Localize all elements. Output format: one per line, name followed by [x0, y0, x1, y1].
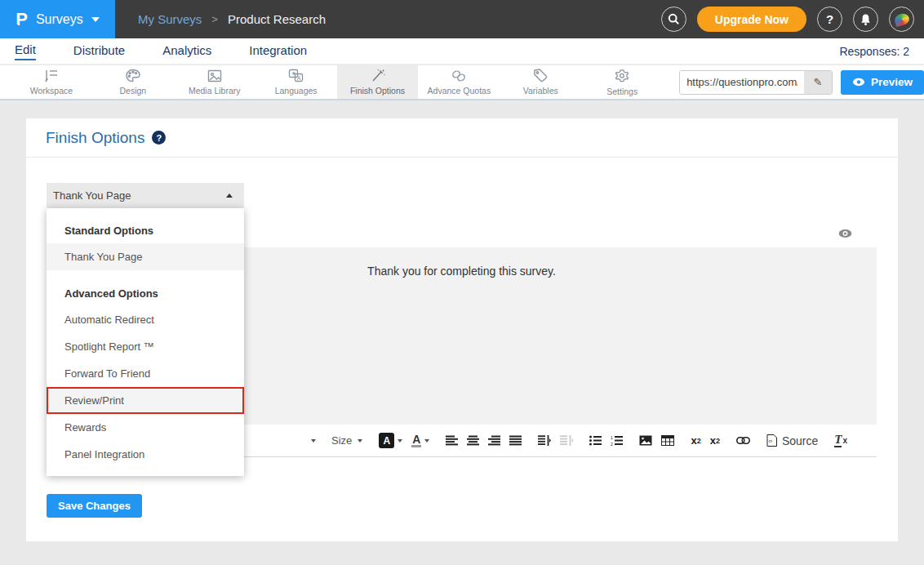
preview-label: Preview — [871, 76, 913, 88]
notifications-button[interactable] — [853, 7, 878, 32]
toolbar-item-label: Advance Quotas — [428, 86, 491, 96]
justify-button[interactable] — [509, 435, 522, 446]
survey-url-group: ✎ — [679, 70, 833, 95]
insert-link-button[interactable] — [736, 437, 750, 444]
thank-you-text: Thank you for completing this survey. — [367, 265, 556, 278]
source-label: Source — [782, 434, 818, 447]
card-header: Finish Options ? — [26, 118, 898, 158]
toolbar-item-label: Design — [119, 86, 146, 96]
svg-text:‹›: ‹› — [768, 438, 772, 444]
source-button[interactable]: ‹›Source — [766, 434, 818, 447]
svg-text:A: A — [297, 75, 301, 81]
breadcrumb: My Surveys > Product Research — [138, 12, 326, 26]
dropdown-item-forward-to-friend[interactable]: Forward To Friend — [47, 360, 244, 387]
toolbar-item-languages[interactable]: ★A Languages — [255, 65, 337, 99]
tab-edit[interactable]: Edit — [15, 42, 36, 60]
edit-section-toolbar: Workspace Design Media Library ★A Langua… — [0, 65, 924, 100]
dropdown-group-header: Advanced Options — [47, 281, 244, 306]
upgrade-now-button[interactable]: Upgrade Now — [697, 7, 806, 32]
align-left-button[interactable] — [446, 435, 458, 446]
breadcrumb-my-surveys[interactable]: My Surveys — [138, 12, 202, 26]
toolbar-item-label: Settings — [606, 87, 637, 96]
align-right-button[interactable] — [488, 435, 500, 446]
svg-text:★: ★ — [291, 70, 296, 76]
dropdown-item-rewards[interactable]: Rewards — [47, 414, 244, 441]
toolbar-item-label: Finish Options — [350, 86, 405, 96]
avatar-logo-icon — [893, 11, 910, 26]
responses-count[interactable]: Responses: 2 — [839, 45, 909, 58]
search-button[interactable] — [661, 7, 686, 32]
insert-table-button[interactable] — [661, 435, 674, 446]
superscript-button[interactable]: x2 — [710, 434, 720, 447]
finish-type-select[interactable]: Thank You Page — [47, 183, 244, 208]
insert-image-button[interactable] — [639, 435, 652, 446]
languages-translate-icon: ★A — [287, 69, 304, 83]
workspace-pencil-list-icon — [43, 69, 60, 83]
bullet-list-button[interactable] — [589, 435, 602, 446]
bell-icon — [860, 13, 872, 26]
toolbar-item-media-library[interactable]: Media Library — [174, 65, 255, 99]
tab-distribute[interactable]: Distribute — [73, 43, 125, 60]
surveys-menu-label: Surveys — [36, 12, 83, 27]
edit-url-button[interactable]: ✎ — [804, 71, 832, 94]
indent-button[interactable] — [538, 435, 551, 446]
dropdown-item-review-print[interactable]: Review/Print — [47, 387, 244, 414]
font-dropdown-caret[interactable] — [308, 439, 316, 443]
survey-url-input[interactable] — [680, 71, 804, 94]
text-color-icon: A — [411, 434, 421, 448]
svg-text:2: 2 — [611, 442, 613, 446]
numbered-list-button[interactable]: 12 — [611, 435, 623, 446]
eye-icon[interactable] — [838, 229, 852, 238]
preview-eye-icon — [852, 78, 865, 87]
finish-options-wand-icon — [370, 69, 386, 83]
svg-text:1: 1 — [611, 435, 613, 440]
dropdown-item-panel-integration[interactable]: Panel Integration — [47, 441, 244, 468]
questionpro-logo-icon: P — [16, 11, 28, 29]
subscript-button[interactable]: x2 — [691, 434, 700, 447]
save-changes-button[interactable]: Save Changes — [47, 494, 142, 518]
toolbar-item-design[interactable]: Design — [92, 65, 174, 99]
toolbar-item-variables[interactable]: Variables — [500, 65, 581, 99]
chevron-down-icon — [358, 439, 362, 443]
help-button[interactable]: ? — [817, 7, 842, 32]
toolbar-item-label: Variables — [523, 86, 558, 96]
tab-integration[interactable]: Integration — [249, 43, 307, 60]
toolbar-item-finish-options[interactable]: Finish Options — [337, 65, 419, 99]
finish-options-panel: Finish Options ? Thank you for completin… — [26, 118, 898, 541]
breadcrumb-separator: > — [211, 13, 218, 25]
remove-format-button[interactable]: Tx — [834, 434, 847, 447]
app-header: P Surveys My Surveys > Product Research … — [0, 0, 924, 38]
page-title: Finish Options — [46, 129, 144, 147]
size-dropdown[interactable]: Size — [331, 434, 362, 447]
dropdown-group-header: Standard Options — [47, 218, 244, 243]
finish-type-dropdown: Standard Options Thank You Page Advanced… — [47, 208, 244, 476]
toolbar-item-advance-quotas[interactable]: Advance Quotas — [418, 65, 500, 99]
toolbar-item-settings[interactable]: Settings — [581, 65, 663, 99]
size-label: Size — [331, 434, 352, 447]
chevron-down-icon — [91, 17, 100, 22]
account-avatar[interactable] — [889, 7, 914, 32]
toolbar-item-label: Media Library — [189, 86, 241, 96]
survey-nav-tabs: Edit Distribute Analytics Integration Re… — [0, 38, 924, 65]
preview-button[interactable]: Preview — [841, 70, 924, 95]
toolbar-item-workspace[interactable]: Workspace — [11, 65, 92, 99]
breadcrumb-current: Product Research — [228, 12, 326, 26]
text-color-button[interactable]: A — [411, 434, 429, 448]
tab-analytics[interactable]: Analytics — [162, 43, 211, 60]
pencil-icon: ✎ — [814, 76, 823, 88]
surveys-menu[interactable]: P Surveys — [0, 0, 115, 38]
remove-format-icon: T — [834, 434, 842, 447]
outdent-button[interactable] — [560, 435, 573, 446]
dropdown-item-spotlight-report[interactable]: Spotlight Report ™ — [47, 333, 244, 360]
background-color-icon: A — [379, 433, 394, 448]
dropdown-item-thank-you-page[interactable]: Thank You Page — [47, 243, 244, 270]
finish-options-help-icon[interactable]: ? — [152, 131, 166, 145]
advance-quotas-links-icon — [451, 69, 467, 83]
align-center-button[interactable] — [467, 435, 479, 446]
dropdown-item-automatic-redirect[interactable]: Automatic Redirect — [47, 306, 244, 333]
variables-tag-icon — [532, 69, 549, 83]
settings-gear-icon — [614, 69, 630, 84]
media-library-image-icon — [207, 69, 223, 83]
search-icon — [668, 13, 680, 25]
background-color-button[interactable]: A — [379, 433, 402, 448]
